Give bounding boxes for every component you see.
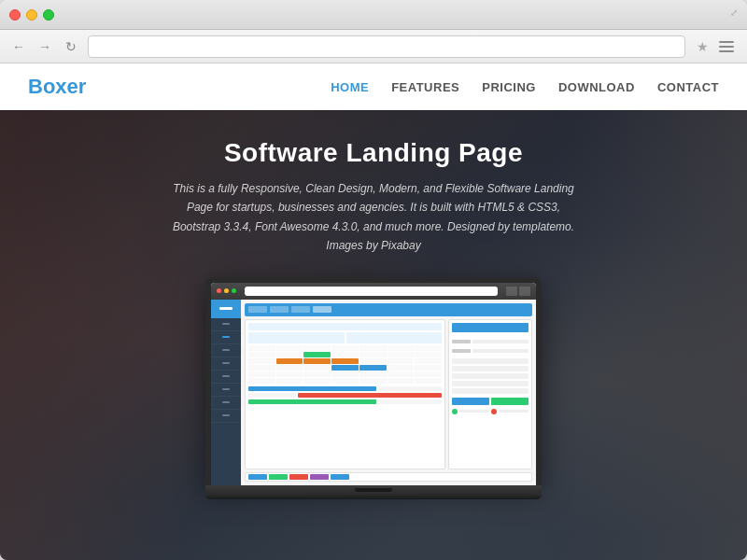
mini-maximize	[232, 288, 236, 293]
screen-mockup	[205, 277, 542, 500]
mini-save-btn	[452, 398, 489, 405]
cal-cell	[415, 365, 442, 371]
cal-cell	[415, 371, 442, 377]
bookmark-icon[interactable]: ★	[693, 37, 712, 56]
mini-close	[217, 288, 221, 293]
hero-section: Software Landing Page This is a fully Re…	[0, 110, 747, 560]
cal-cell	[276, 358, 303, 364]
mini-tag	[331, 474, 349, 480]
cal-cell	[331, 371, 359, 377]
cal-cell	[276, 365, 303, 371]
cal-cell	[276, 345, 303, 351]
mini-cal-header	[248, 323, 442, 330]
refresh-button[interactable]: ↻	[62, 37, 80, 56]
back-button[interactable]: ←	[9, 37, 28, 56]
browser-menu-icon[interactable]	[719, 37, 738, 56]
nav-links: HOME FEATURES PRICING DOWNLOAD CONTACT	[331, 78, 719, 95]
hero-subtitle: This is a fully Responsive, Clean Design…	[168, 179, 579, 256]
cal-cell	[248, 358, 275, 364]
cal-cell	[248, 345, 275, 351]
cal-cell	[388, 371, 415, 377]
mini-btn-active	[313, 306, 331, 313]
mini-minimize	[224, 288, 229, 293]
mini-sidebar-item	[211, 318, 241, 331]
cal-cell	[415, 378, 442, 384]
close-button[interactable]	[9, 9, 21, 21]
website-content: Boxer HOME FEATURES PRICING DOWNLOAD CON…	[0, 63, 747, 560]
site-navigation: Boxer HOME FEATURES PRICING DOWNLOAD CON…	[0, 63, 747, 110]
laptop-outer	[205, 277, 542, 486]
mini-calendar	[245, 319, 445, 470]
mini-content-area	[245, 319, 532, 470]
cal-cell	[359, 365, 387, 371]
cal-cell	[359, 358, 387, 364]
mini-sidebar-item	[211, 331, 241, 344]
cal-cell	[331, 358, 359, 364]
mini-bottom-bar	[245, 472, 532, 482]
mini-tag	[269, 474, 288, 480]
browser-toolbar: ← → ↻ ★	[0, 30, 747, 63]
cal-cell	[331, 352, 359, 357]
cal-cell	[415, 352, 442, 357]
mini-sidebar-item	[211, 384, 241, 397]
cal-cell	[415, 345, 442, 351]
cal-cell	[303, 352, 331, 357]
cal-cell	[303, 371, 331, 377]
laptop-stand	[205, 495, 542, 499]
nav-features[interactable]: FEATURES	[391, 80, 459, 94]
forward-button[interactable]: →	[35, 37, 54, 56]
cal-cell	[248, 352, 275, 357]
cal-cell	[388, 358, 415, 364]
mini-sidebar-item	[211, 410, 241, 423]
mini-sidebar-item	[211, 397, 241, 410]
site-logo[interactable]: Boxer	[28, 75, 331, 99]
mini-url-bar	[245, 287, 498, 296]
minimize-button[interactable]	[26, 9, 37, 21]
address-bar[interactable]	[88, 35, 685, 58]
nav-download[interactable]: DOWNLOAD	[558, 80, 635, 94]
browser-window: ⤢ ← → ↻ ★ Boxer HOME FEATURES PRICING DO…	[0, 0, 747, 560]
mini-btn	[270, 306, 289, 313]
cal-cell	[303, 345, 331, 351]
cal-cell	[276, 352, 303, 357]
mini-sidebar-item	[211, 344, 241, 357]
hero-text-content: Software Landing Page This is a fully Re…	[168, 110, 579, 270]
cal-cell	[248, 371, 275, 377]
mini-form-row	[452, 358, 529, 364]
mini-top-bar	[245, 303, 532, 316]
mini-btn	[248, 306, 267, 313]
cal-cell	[388, 378, 415, 384]
cal-cell	[276, 378, 303, 384]
mini-panel-title	[452, 323, 529, 332]
cal-cell	[359, 378, 387, 384]
mini-tag	[248, 474, 267, 480]
fullscreen-icon: ⤢	[730, 7, 738, 18]
cal-cell	[359, 345, 387, 351]
nav-pricing[interactable]: PRICING	[482, 80, 536, 94]
cal-cell	[359, 352, 387, 357]
cal-cell	[388, 365, 415, 371]
mini-sidebar-item	[211, 357, 241, 371]
maximize-button[interactable]	[43, 9, 54, 21]
hero-title: Software Landing Page	[168, 138, 579, 168]
mini-tag	[310, 474, 329, 480]
browser-titlebar: ⤢	[0, 0, 747, 30]
cal-cell	[303, 365, 331, 371]
mini-panel	[448, 319, 532, 470]
mini-toolbar	[211, 283, 536, 300]
mini-body	[211, 300, 536, 486]
mini-cal-grid	[248, 345, 442, 384]
cal-cell	[331, 365, 359, 371]
nav-home[interactable]: HOME	[331, 80, 369, 94]
mini-btn	[291, 306, 310, 313]
mini-form-buttons	[452, 398, 529, 405]
cal-cell	[248, 365, 275, 371]
cal-cell	[415, 358, 442, 364]
cal-cell	[359, 371, 387, 377]
nav-contact[interactable]: CONTACT	[657, 80, 719, 94]
cal-cell	[303, 358, 331, 364]
laptop-notch	[355, 488, 392, 492]
mini-form-row	[452, 366, 529, 371]
mini-tag	[289, 474, 308, 480]
laptop-screen	[211, 283, 536, 486]
